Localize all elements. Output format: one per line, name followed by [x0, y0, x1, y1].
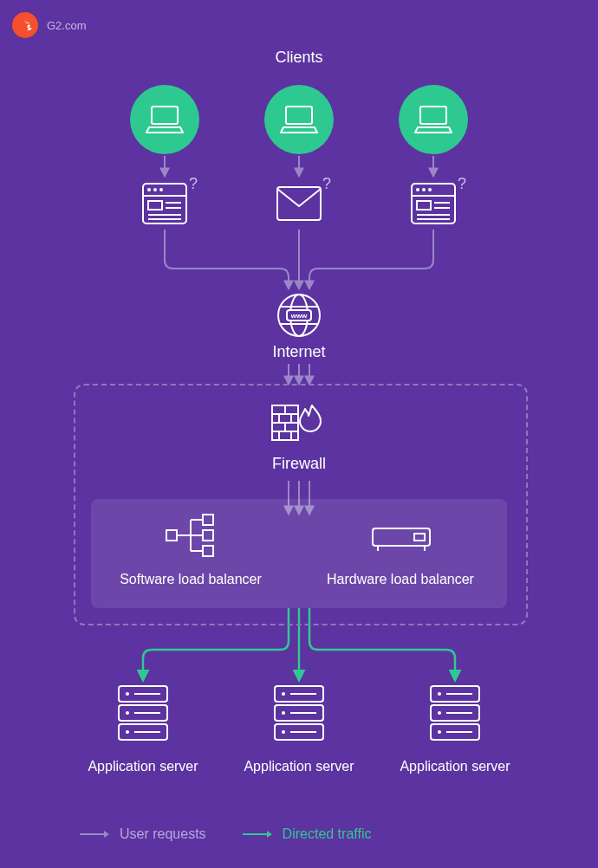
- svg-rect-12: [420, 107, 446, 124]
- svg-point-67: [126, 711, 129, 715]
- hardware-load-balancer-icon: [371, 527, 432, 553]
- svg-point-85: [438, 711, 441, 715]
- app-server-label: Application server: [368, 759, 542, 774]
- question-mark-icon: ?: [322, 175, 331, 193]
- server-rack-icon: [429, 684, 481, 742]
- arrow-icon: [241, 829, 272, 839]
- svg-rect-51: [203, 530, 213, 541]
- firewall-label: Firewall: [212, 455, 386, 473]
- app-server-label: Application server: [56, 759, 230, 774]
- svg-point-28: [428, 188, 432, 191]
- svg-rect-10: [152, 107, 178, 124]
- svg-point-74: [282, 692, 285, 696]
- server-rack-icon: [273, 684, 325, 742]
- question-mark-icon: ?: [458, 175, 466, 193]
- svg-point-16: [153, 188, 157, 191]
- software-load-balancer-icon: [165, 511, 217, 560]
- svg-point-76: [282, 711, 285, 715]
- svg-point-78: [282, 730, 285, 734]
- legend-directed-traffic: Directed traffic: [241, 826, 372, 842]
- software-lb-label: Software load balancer: [104, 572, 277, 587]
- svg-point-83: [438, 692, 441, 696]
- legend-user-requests: User requests: [78, 826, 206, 842]
- svg-rect-29: [417, 201, 431, 210]
- svg-rect-52: [203, 546, 213, 556]
- hardware-lb-label: Hardware load balancer: [314, 572, 487, 587]
- server-rack-icon: [117, 684, 169, 742]
- svg-rect-11: [286, 107, 312, 124]
- client-laptop-icon: [399, 85, 468, 154]
- svg-rect-58: [373, 528, 430, 546]
- legend-text: User requests: [120, 826, 206, 842]
- legend: User requests Directed traffic: [78, 826, 371, 842]
- client-laptop-icon: [130, 85, 199, 154]
- svg-rect-50: [203, 515, 213, 525]
- clients-title: Clients: [212, 49, 386, 67]
- load-balancer-box: [91, 499, 507, 608]
- envelope-icon: [276, 185, 322, 222]
- firewall-icon: [270, 400, 328, 444]
- svg-point-87: [438, 730, 441, 734]
- legend-text: Directed traffic: [283, 826, 372, 842]
- svg-point-65: [126, 692, 129, 696]
- svg-rect-49: [166, 530, 177, 541]
- svg-point-26: [416, 188, 419, 191]
- www-text: www: [290, 312, 308, 320]
- svg-point-69: [126, 730, 129, 734]
- app-server-label: Application server: [212, 759, 386, 774]
- svg-point-15: [147, 188, 151, 191]
- svg-point-17: [159, 188, 163, 191]
- internet-label: Internet: [212, 343, 386, 361]
- arrow-icon: [78, 829, 109, 839]
- browser-window-icon: [141, 182, 188, 225]
- globe-www-icon: www: [275, 291, 323, 340]
- svg-rect-23: [277, 187, 321, 220]
- question-mark-icon: ?: [189, 175, 198, 193]
- client-laptop-icon: [264, 85, 334, 154]
- browser-window-icon: [410, 182, 457, 225]
- svg-rect-18: [148, 201, 162, 210]
- svg-point-27: [422, 188, 426, 191]
- svg-rect-61: [414, 534, 425, 541]
